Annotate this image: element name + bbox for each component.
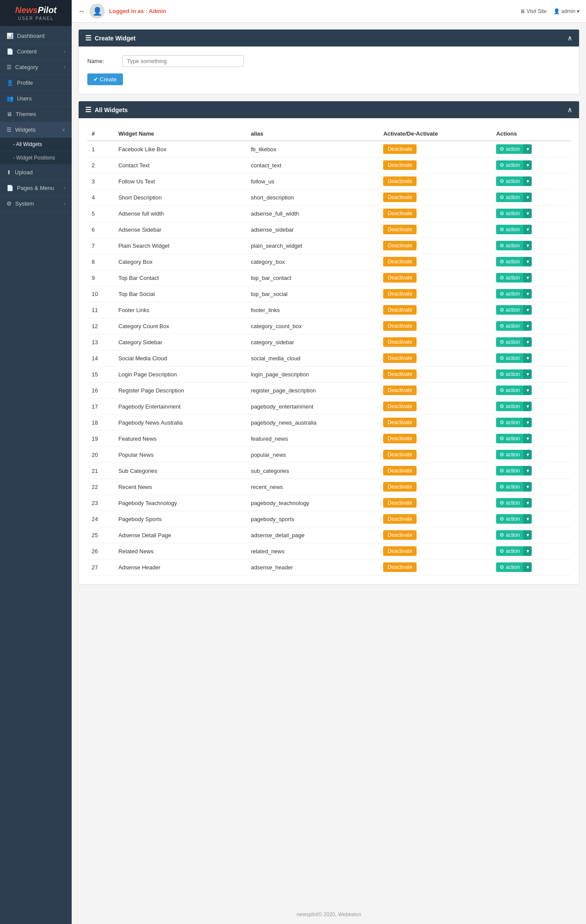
sidebar-item-category[interactable]: ☰ Category › [0, 60, 72, 75]
action-button[interactable]: ⚙ action [496, 402, 523, 411]
expand-icon[interactable]: ↔ [78, 7, 85, 15]
action-button[interactable]: ⚙ action [496, 257, 523, 266]
action-button[interactable]: ⚙ action [496, 353, 523, 363]
action-button[interactable]: ⚙ action [496, 369, 523, 379]
deactivate-button[interactable]: Deactivate [383, 193, 417, 202]
deactivate-button[interactable]: Deactivate [383, 273, 417, 283]
deactivate-button[interactable]: Deactivate [383, 353, 417, 363]
deactivate-button[interactable]: Deactivate [383, 257, 417, 266]
deactivate-button[interactable]: Deactivate [383, 209, 417, 218]
action-dropdown-toggle[interactable]: ▾ [523, 160, 532, 170]
panel-collapse-icon[interactable]: ∧ [567, 34, 573, 42]
action-dropdown-toggle[interactable]: ▾ [523, 176, 532, 186]
sidebar-item-pages-menu[interactable]: 📄 Pages & Menu › [0, 180, 72, 196]
action-button[interactable]: ⚙ action [496, 498, 523, 508]
deactivate-button[interactable]: Deactivate [383, 289, 417, 299]
action-button[interactable]: ⚙ action [496, 321, 523, 331]
deactivate-button[interactable]: Deactivate [383, 450, 417, 459]
action-button[interactable]: ⚙ action [496, 241, 523, 250]
deactivate-button[interactable]: Deactivate [383, 530, 417, 540]
action-dropdown-toggle[interactable]: ▾ [523, 193, 532, 202]
action-button[interactable]: ⚙ action [496, 176, 523, 186]
visit-site-link[interactable]: 🖥 Visit Site [520, 8, 547, 14]
deactivate-button[interactable]: Deactivate [383, 241, 417, 250]
action-dropdown-toggle[interactable]: ▾ [523, 402, 532, 411]
deactivate-button[interactable]: Deactivate [383, 498, 417, 508]
action-button[interactable]: ⚙ action [496, 305, 523, 315]
action-dropdown-toggle[interactable]: ▾ [523, 321, 532, 331]
action-dropdown-toggle[interactable]: ▾ [523, 386, 532, 395]
action-button[interactable]: ⚙ action [496, 418, 523, 427]
action-button[interactable]: ⚙ action [496, 386, 523, 395]
action-button[interactable]: ⚙ action [496, 273, 523, 283]
action-button[interactable]: ⚙ action [496, 562, 523, 572]
action-dropdown-toggle[interactable]: ▾ [523, 498, 532, 508]
action-dropdown-toggle[interactable]: ▾ [523, 450, 532, 459]
deactivate-button[interactable]: Deactivate [383, 466, 417, 475]
create-button[interactable]: ✔ Create [87, 73, 123, 85]
action-dropdown-toggle[interactable]: ▾ [523, 273, 532, 283]
sidebar-item-upload[interactable]: ⬆ Upload [0, 165, 72, 180]
action-button[interactable]: ⚙ action [496, 160, 523, 170]
deactivate-button[interactable]: Deactivate [383, 225, 417, 234]
action-dropdown-toggle[interactable]: ▾ [523, 241, 532, 250]
deactivate-button[interactable]: Deactivate [383, 546, 417, 556]
action-dropdown-toggle[interactable]: ▾ [523, 466, 532, 475]
action-dropdown-toggle[interactable]: ▾ [523, 289, 532, 299]
action-dropdown-toggle[interactable]: ▾ [523, 514, 532, 524]
deactivate-button[interactable]: Deactivate [383, 386, 417, 395]
sidebar-item-widgets[interactable]: ☰ Widgets ∨ [0, 122, 72, 138]
action-button[interactable]: ⚙ action [496, 337, 523, 347]
deactivate-button[interactable]: Deactivate [383, 434, 417, 443]
deactivate-button[interactable]: Deactivate [383, 562, 417, 572]
deactivate-button[interactable]: Deactivate [383, 369, 417, 379]
action-button[interactable]: ⚙ action [496, 546, 523, 556]
sidebar-item-themes[interactable]: 🖥 Themes [0, 106, 72, 122]
action-dropdown-toggle[interactable]: ▾ [523, 546, 532, 556]
action-dropdown-toggle[interactable]: ▾ [523, 144, 532, 154]
sidebar-item-dashboard[interactable]: 📊 Dashboard [0, 28, 72, 44]
panel-collapse-icon[interactable]: ∧ [567, 106, 573, 114]
action-dropdown-toggle[interactable]: ▾ [523, 562, 532, 572]
deactivate-button[interactable]: Deactivate [383, 482, 417, 492]
deactivate-button[interactable]: Deactivate [383, 160, 417, 170]
action-dropdown-toggle[interactable]: ▾ [523, 257, 532, 266]
action-button[interactable]: ⚙ action [496, 466, 523, 475]
action-dropdown-toggle[interactable]: ▾ [523, 337, 532, 347]
action-button[interactable]: ⚙ action [496, 289, 523, 299]
action-button[interactable]: ⚙ action [496, 514, 523, 524]
deactivate-button[interactable]: Deactivate [383, 305, 417, 315]
action-button[interactable]: ⚙ action [496, 482, 523, 492]
sidebar-item-users[interactable]: 👥 Users [0, 91, 72, 106]
sidebar-sub-item-widget-positions[interactable]: - Widget Positions [0, 151, 72, 165]
deactivate-button[interactable]: Deactivate [383, 144, 417, 154]
sidebar-sub-item-all-widgets[interactable]: - All Widgets [0, 138, 72, 151]
admin-menu[interactable]: 👤 admin ▾ [553, 8, 579, 14]
action-dropdown-toggle[interactable]: ▾ [523, 305, 532, 315]
deactivate-button[interactable]: Deactivate [383, 337, 417, 347]
action-dropdown-toggle[interactable]: ▾ [523, 209, 532, 218]
action-button[interactable]: ⚙ action [496, 209, 523, 218]
deactivate-button[interactable]: Deactivate [383, 514, 417, 524]
action-button[interactable]: ⚙ action [496, 144, 523, 154]
action-dropdown-toggle[interactable]: ▾ [523, 418, 532, 427]
action-dropdown-toggle[interactable]: ▾ [523, 530, 532, 540]
action-button[interactable]: ⚙ action [496, 434, 523, 443]
deactivate-button[interactable]: Deactivate [383, 418, 417, 427]
action-dropdown-toggle[interactable]: ▾ [523, 434, 532, 443]
name-input[interactable] [122, 55, 244, 67]
action-button[interactable]: ⚙ action [496, 450, 523, 459]
action-button[interactable]: ⚙ action [496, 193, 523, 202]
action-dropdown-toggle[interactable]: ▾ [523, 482, 532, 492]
action-button[interactable]: ⚙ action [496, 225, 523, 234]
action-dropdown-toggle[interactable]: ▾ [523, 225, 532, 234]
action-dropdown-toggle[interactable]: ▾ [523, 353, 532, 363]
sidebar-item-content[interactable]: 📄 Content › [0, 44, 72, 60]
sidebar-item-system[interactable]: ⚙ System › [0, 196, 72, 212]
deactivate-button[interactable]: Deactivate [383, 176, 417, 186]
action-dropdown-toggle[interactable]: ▾ [523, 369, 532, 379]
action-button[interactable]: ⚙ action [496, 530, 523, 540]
deactivate-button[interactable]: Deactivate [383, 321, 417, 331]
sidebar-item-profile[interactable]: 👤 Profile [0, 75, 72, 91]
deactivate-button[interactable]: Deactivate [383, 402, 417, 411]
